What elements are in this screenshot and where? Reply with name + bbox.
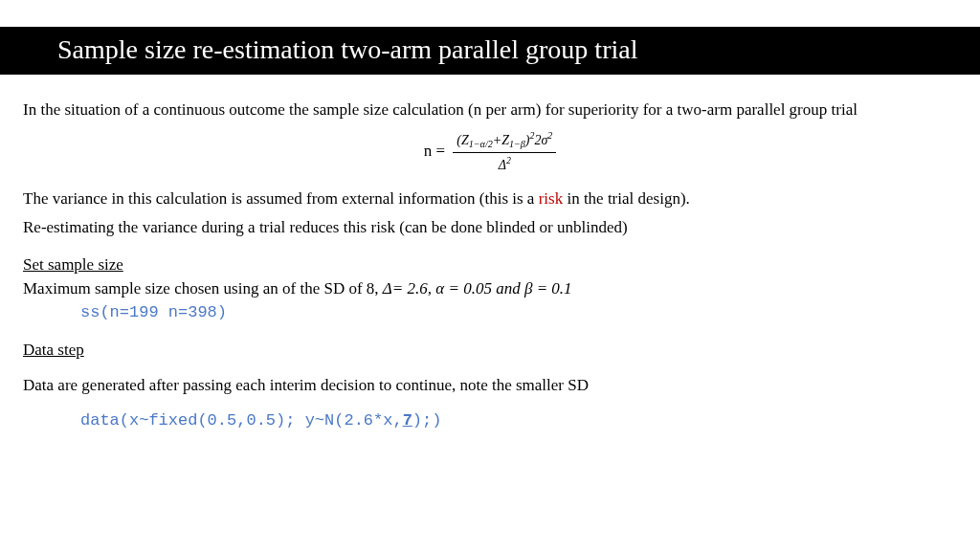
heading-data-step: Data step (23, 340, 957, 362)
code-highlight-sd: 7 (403, 411, 412, 430)
formula-denominator: Δ2 (453, 153, 556, 175)
formula-numerator: (Z1−α/2+Z1−β)22σ2 (453, 129, 556, 153)
risk-word: risk (539, 189, 564, 208)
variance-text: The variance in this calculation is assu… (23, 188, 957, 210)
code-data: data(x~fixed(0.5,0.5); y~N(2.6*x,7);) (80, 410, 957, 432)
data-step-text: Data are generated after passing each in… (23, 375, 957, 397)
intro-text: In the situation of a continuous outcome… (23, 99, 957, 121)
formula-fraction: (Z1−α/2+Z1−β)22σ2 Δ2 (453, 129, 556, 175)
slide: Sample size re-estimation two-arm parall… (0, 27, 980, 551)
slide-body: In the situation of a continuous outcome… (0, 75, 980, 432)
formula: n = (Z1−α/2+Z1−β)22σ2 Δ2 (23, 129, 957, 175)
code-ss: ss(n=199 n=398) (80, 302, 957, 324)
reestimate-text: Re-estimating the variance during a tria… (23, 217, 957, 239)
slide-title: Sample size re-estimation two-arm parall… (0, 27, 980, 75)
heading-set-sample-size: Set sample size (23, 254, 957, 276)
set-sample-size-text: Maximum sample size chosen using an of t… (23, 278, 957, 300)
formula-lhs: n = (424, 142, 445, 160)
